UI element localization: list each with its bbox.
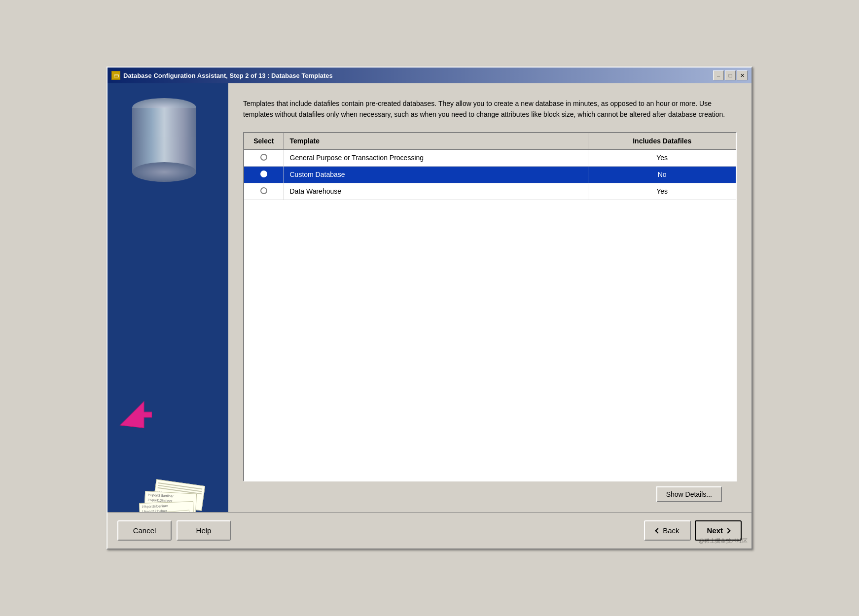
back-label: Back: [663, 526, 679, 535]
includes-datafiles-cell-0: Yes: [588, 149, 736, 167]
back-button[interactable]: Back: [644, 520, 691, 541]
back-arrow-icon: [655, 528, 660, 533]
title-buttons: – □ ✕: [713, 70, 748, 80]
template-name-cell-2: Data Warehouse: [284, 183, 588, 200]
template-name-cell-1: Custom Database: [284, 166, 588, 183]
window-body: 1%portSilberliner1%port12ibalner1%portSi…: [107, 83, 752, 512]
minimize-button[interactable]: –: [713, 70, 724, 80]
maximize-button[interactable]: □: [725, 70, 736, 80]
cancel-button[interactable]: Cancel: [117, 520, 172, 541]
next-label: Next: [707, 526, 723, 535]
radio-button-2[interactable]: [260, 187, 267, 194]
cylinder-bottom: [132, 162, 196, 182]
app-icon: 🗃: [111, 71, 120, 80]
bottom-action-area: Show Details...: [243, 481, 737, 502]
table-header-row: Select Template Includes Datafiles: [244, 133, 736, 149]
watermark: @稀土掘金技术社区: [699, 537, 748, 545]
show-details-button[interactable]: Show Details...: [656, 486, 722, 502]
includes-datafiles-cell-1: No: [588, 166, 736, 183]
col-header-template: Template: [284, 133, 588, 149]
table-row[interactable]: Data WarehouseYes: [244, 183, 736, 200]
radio-cell-2[interactable]: [244, 183, 284, 200]
template-table: Select Template Includes Datafiles Gener…: [244, 133, 736, 200]
includes-datafiles-cell-2: Yes: [588, 183, 736, 200]
illustration: 1%portSilberliner1%port12ibalner1%portSi…: [107, 83, 228, 512]
main-window: 🗃 Database Configuration Assistant, Step…: [107, 67, 752, 549]
left-panel: 1%portSilberliner1%port12ibalner1%portSi…: [107, 83, 228, 512]
radio-button-1[interactable]: [260, 171, 267, 177]
table-row[interactable]: General Purpose or Transaction Processin…: [244, 149, 736, 167]
radio-button-0[interactable]: [260, 154, 267, 161]
arrow-graphic: [115, 396, 152, 433]
close-button[interactable]: ✕: [737, 70, 748, 80]
radio-cell-1[interactable]: [244, 166, 284, 183]
footer: Cancel Help Back Next: [107, 512, 752, 548]
description-text: Templates that include datafiles contain…: [243, 98, 737, 120]
col-header-select: Select: [244, 133, 284, 149]
title-bar-left: 🗃 Database Configuration Assistant, Step…: [111, 71, 333, 80]
footer-left-buttons: Cancel Help: [117, 520, 231, 541]
col-header-datafiles: Includes Datafiles: [588, 133, 736, 149]
next-arrow-icon: [725, 528, 730, 533]
template-name-cell-0: General Purpose or Transaction Processin…: [284, 149, 588, 167]
window-title: Database Configuration Assistant, Step 2…: [123, 72, 333, 79]
svg-marker-0: [120, 402, 152, 428]
template-table-container: Select Template Includes Datafiles Gener…: [243, 132, 737, 481]
right-panel: Templates that include datafiles contain…: [228, 83, 752, 512]
radio-cell-0[interactable]: [244, 149, 284, 167]
db-cylinder-graphic: [132, 98, 196, 177]
table-row[interactable]: Custom DatabaseNo: [244, 166, 736, 183]
title-bar: 🗃 Database Configuration Assistant, Step…: [107, 68, 752, 83]
help-button[interactable]: Help: [177, 520, 231, 541]
